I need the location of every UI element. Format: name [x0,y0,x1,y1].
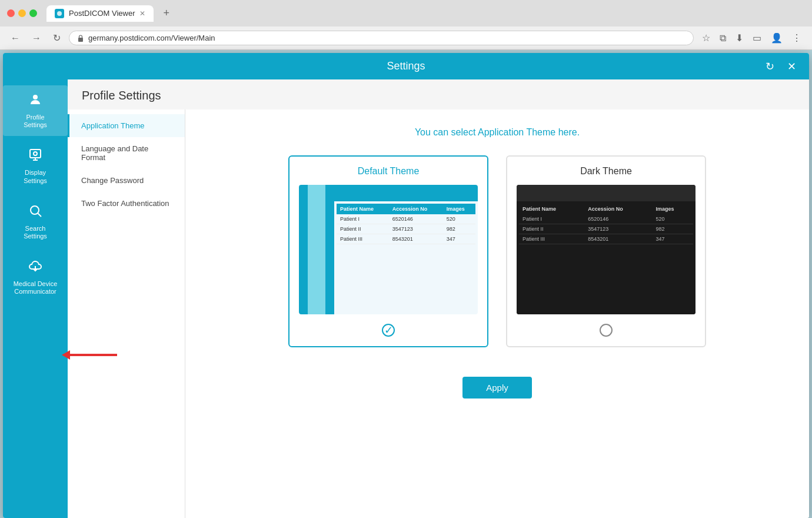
sub-nav: Application Theme Language and Date Form… [68,109,185,518]
sidebar-item-search[interactable]: SearchSettings [3,197,68,247]
svg-point-0 [57,11,62,16]
table-row: Patient III8543201347 [337,234,475,244]
download-button[interactable]: ⬇ [732,30,747,46]
sub-nav-change-password[interactable]: Change Password [68,169,185,192]
sidebar-toggle-button[interactable]: ▭ [749,30,765,46]
minimize-dot[interactable] [18,9,26,17]
check-icon: ✓ [384,324,393,337]
sidebar-item-medical-label: Medical DeviceCommunicator [14,280,58,295]
table-row: Patient II3547123982 [337,224,475,234]
sidebar-item-profile-label: ProfileSettings [24,114,47,129]
main-content: Profile Settings Application Theme Langu… [68,79,809,518]
modal-close-button[interactable]: ✕ [784,59,800,74]
default-theme-card[interactable]: Default Theme [288,155,488,347]
theme-hint: You can select Application Theme here. [415,127,580,138]
modal-body: ProfileSettings DisplaySettings SearchSe… [3,79,809,518]
sidebar: ProfileSettings DisplaySettings SearchSe… [3,79,68,518]
display-icon [28,148,42,165]
tab-title: PostDICOM Viewer [69,9,135,18]
svg-line-6 [38,213,42,217]
cloud-icon [28,259,42,277]
apply-button[interactable]: Apply [462,377,532,399]
default-table-header-images: Images [443,204,475,214]
new-tab-button[interactable]: + [158,5,174,22]
modal-reset-button[interactable]: ↻ [762,59,778,74]
table-row: Patient II3547123982 [519,224,693,234]
default-theme-radio[interactable]: ✓ [382,324,395,337]
refresh-button[interactable]: ↻ [49,30,64,46]
extensions-button[interactable]: ⧉ [716,30,730,46]
dark-table-header-images: Images [653,204,693,214]
profile-icon [28,92,42,110]
tab-close-icon[interactable]: ✕ [139,9,145,18]
arrow-line [70,354,117,356]
table-row: Patient I6520146520 [519,214,693,224]
content-row: Application Theme Language and Date Form… [68,109,809,518]
sub-nav-two-factor[interactable]: Two Factor Authentication [68,192,185,215]
dark-theme-title: Dark Theme [580,166,632,177]
dark-theme-radio[interactable] [600,324,613,337]
sidebar-item-profile[interactable]: ProfileSettings [3,85,68,136]
forward-button[interactable]: → [28,31,45,46]
modal-title: Settings [387,60,425,72]
theme-content: You can select Application Theme here. D… [185,109,809,518]
dark-table-header-accession: Accession No [584,204,652,214]
app-content: Settings ↻ ✕ ProfileSettings [0,50,812,518]
svg-point-2 [33,95,38,99]
menu-button[interactable]: ⋮ [788,30,805,46]
default-theme-preview: Patient Name Accession No Images [299,185,478,314]
address-bar[interactable]: germany.postdicom.com/Viewer/Main [69,31,694,45]
sub-nav-language-date[interactable]: Language and Date Format [68,137,185,169]
modal-header: Settings ↻ ✕ [3,53,809,79]
red-arrow [62,350,117,360]
sidebar-item-display[interactable]: DisplaySettings [3,141,68,191]
close-dot[interactable] [7,9,15,17]
default-table-header-name: Patient Name [337,204,389,214]
dark-theme-preview: Patient Name Accession No Images Patient [517,185,695,314]
address-text: germany.postdicom.com/Viewer/Main [88,34,215,42]
maximize-dot[interactable] [29,9,37,17]
tab-favicon [55,9,64,18]
search-icon [28,204,42,221]
back-button[interactable]: ← [7,31,24,46]
dark-theme-card[interactable]: Dark Theme Patient [506,155,706,347]
theme-cards: Default Theme [288,155,706,347]
svg-point-4 [34,152,37,155]
sidebar-item-search-label: SearchSettings [24,225,47,240]
default-table-header-accession: Accession No [389,204,443,214]
sidebar-item-display-label: DisplaySettings [24,169,47,184]
browser-tab[interactable]: PostDICOM Viewer ✕ [46,5,154,22]
dark-table-header-name: Patient Name [519,204,584,214]
table-row: Patient III8543201347 [519,234,693,244]
lock-icon [76,34,85,42]
profile-button[interactable]: 👤 [767,30,786,46]
sidebar-item-medical[interactable]: Medical DeviceCommunicator [3,252,68,303]
table-row: Patient I6520146520 [337,214,475,224]
svg-rect-1 [78,38,83,42]
modal-actions: ↻ ✕ [762,59,800,74]
settings-modal: Settings ↻ ✕ ProfileSettings [3,53,809,518]
sub-nav-application-theme[interactable]: Application Theme [68,114,185,137]
default-theme-title: Default Theme [358,166,420,177]
page-title: Profile Settings [68,79,809,109]
browser-nav-icons: ☆ ⧉ ⬇ ▭ 👤 ⋮ [698,30,805,46]
arrow-head [62,350,70,360]
svg-point-5 [31,206,39,214]
svg-rect-3 [30,150,41,158]
bookmark-button[interactable]: ☆ [698,30,714,46]
